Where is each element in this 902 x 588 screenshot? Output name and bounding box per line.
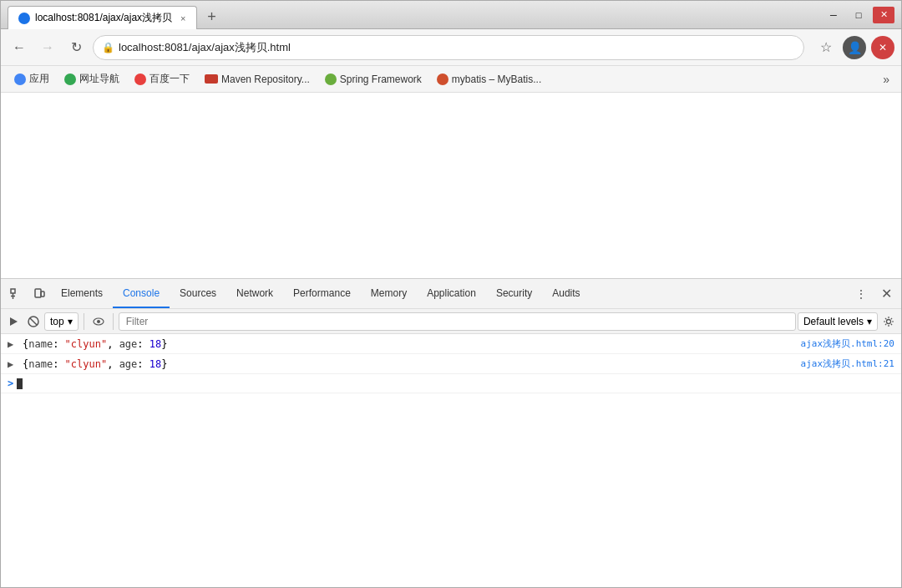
console-source-2[interactable]: ajax浅拷贝.html:21 — [801, 357, 894, 370]
svg-rect-0 — [11, 289, 15, 293]
context-dropdown-arrow: ▾ — [68, 316, 73, 327]
devtools-more-actions: ⋮ ✕ — [849, 282, 898, 306]
bookmark-star-button[interactable]: ☆ — [814, 36, 838, 59]
devtools-more-button[interactable]: ⋮ — [849, 282, 873, 306]
tab-console[interactable]: Console — [113, 279, 170, 308]
console-text-2: {name: "clyun", age: 18} — [23, 358, 801, 370]
new-tab-button[interactable]: + — [200, 5, 224, 28]
tab-bar: localhost:8081/ajax/ajax浅拷贝 × + — [8, 1, 823, 28]
bookmark-maven-label: Maven Repository... — [221, 74, 310, 85]
tab-close-icon[interactable]: × — [180, 13, 185, 23]
bookmark-mybatis[interactable]: mybatis – MyBatis... — [430, 71, 548, 88]
bookmarks-bar: 应用 网址导航 百度一下 Maven Repository... Spring … — [1, 66, 901, 93]
tab-audits[interactable]: Audits — [542, 279, 590, 308]
tab-application[interactable]: Application — [417, 279, 486, 308]
device-icon — [33, 288, 45, 300]
console-prompt-symbol: > — [8, 378, 13, 389]
bookmark-spring[interactable]: Spring Framework — [318, 71, 428, 88]
devtools-inspect-button[interactable] — [4, 282, 28, 306]
url-actions: ☆ — [814, 36, 838, 59]
console-row-2: ▶ {name: "clyun", age: 18} ajax浅拷贝.html:… — [1, 354, 901, 374]
tab-elements[interactable]: Elements — [51, 279, 113, 308]
reload-button[interactable]: ↻ — [64, 36, 88, 59]
bookmark-nav-label: 网址导航 — [79, 72, 119, 86]
chrome-exit-button[interactable]: ✕ — [871, 36, 894, 59]
maximize-button[interactable]: □ — [848, 7, 869, 23]
minimize-button[interactable]: ─ — [823, 7, 844, 23]
eye-icon — [93, 317, 104, 326]
console-output: ▶ {name: "clyun", age: 18} ajax浅拷贝.html:… — [1, 334, 901, 587]
console-row-1: ▶ {name: "clyun", age: 18} ajax浅拷贝.html:… — [1, 334, 901, 354]
title-bar: localhost:8081/ajax/ajax浅拷贝 × + ─ □ ✕ — [1, 1, 901, 29]
devtools-close-button[interactable]: ✕ — [874, 282, 898, 306]
bookmark-apps-icon — [14, 74, 26, 85]
bookmark-spring-icon — [325, 74, 337, 85]
toolbar-divider — [84, 313, 84, 330]
tab-memory[interactable]: Memory — [361, 279, 417, 308]
url-bar[interactable]: 🔒 localhost:8081/ajax/ajax浅拷贝.html — [93, 35, 804, 60]
expand-icon-2[interactable]: ▶ — [8, 358, 19, 370]
console-settings-button[interactable] — [879, 312, 898, 331]
tab-sources[interactable]: Sources — [170, 279, 226, 308]
tab-performance[interactable]: Performance — [283, 279, 361, 308]
browser-window: localhost:8081/ajax/ajax浅拷贝 × + ─ □ ✕ ← … — [0, 0, 902, 588]
levels-dropdown[interactable]: Default levels ▾ — [798, 312, 878, 331]
console-execute-button[interactable] — [4, 312, 23, 331]
bookmark-baidu[interactable]: 百度一下 — [128, 69, 196, 89]
console-cursor — [17, 378, 23, 389]
devtools-tab-bar: Elements Console Sources Network Perform… — [1, 279, 901, 309]
profile-button[interactable]: 👤 — [843, 36, 866, 59]
window-controls: ─ □ ✕ — [823, 7, 894, 23]
bookmark-mybatis-icon — [437, 74, 448, 85]
bookmark-apps-label: 应用 — [29, 72, 49, 86]
bookmarks-more-button[interactable]: » — [878, 71, 894, 88]
tab-security[interactable]: Security — [486, 279, 542, 308]
close-button[interactable]: ✕ — [873, 7, 894, 23]
toolbar-divider2 — [113, 313, 114, 330]
devtools-panel: Elements Console Sources Network Perform… — [1, 278, 901, 587]
settings-icon — [883, 316, 894, 327]
levels-dropdown-label: Default levels — [803, 316, 864, 327]
browser-content: Elements Console Sources Network Perform… — [1, 93, 901, 587]
devtools-device-button[interactable] — [28, 282, 51, 306]
execute-icon — [8, 317, 18, 327]
lock-icon: 🔒 — [102, 42, 114, 53]
url-text: localhost:8081/ajax/ajax浅拷贝.html — [119, 40, 291, 55]
svg-point-10 — [887, 319, 891, 323]
svg-rect-4 — [41, 291, 44, 297]
bookmark-nav-icon — [64, 74, 76, 85]
active-tab[interactable]: localhost:8081/ajax/ajax浅拷贝 × — [8, 6, 197, 29]
context-dropdown-label: top — [50, 316, 64, 327]
bookmark-maven-icon — [205, 74, 218, 84]
svg-point-9 — [97, 320, 100, 323]
bookmark-baidu-label: 百度一下 — [149, 72, 190, 86]
svg-rect-3 — [35, 289, 41, 297]
inspect-icon — [10, 288, 22, 300]
tab-label: localhost:8081/ajax/ajax浅拷贝 — [35, 11, 172, 25]
console-prompt-row[interactable]: > — [1, 374, 901, 393]
console-eye-button[interactable] — [89, 312, 108, 331]
context-dropdown[interactable]: top ▾ — [44, 312, 79, 331]
tab-favicon — [18, 13, 30, 24]
bookmark-nav[interactable]: 网址导航 — [58, 69, 126, 89]
back-button[interactable]: ← — [8, 36, 31, 59]
forward-button[interactable]: → — [36, 36, 59, 59]
expand-icon-1[interactable]: ▶ — [8, 338, 19, 350]
bookmark-baidu-icon — [134, 74, 146, 85]
clear-icon — [28, 316, 39, 327]
console-toolbar: top ▾ Default levels ▾ — [1, 309, 901, 334]
svg-line-7 — [30, 318, 37, 325]
bookmark-mybatis-label: mybatis – MyBatis... — [452, 74, 541, 85]
bookmark-spring-label: Spring Framework — [340, 74, 422, 85]
console-clear-button[interactable] — [24, 312, 43, 331]
console-text-1: {name: "clyun", age: 18} — [23, 338, 801, 350]
levels-dropdown-arrow: ▾ — [867, 316, 872, 327]
svg-marker-5 — [10, 317, 18, 326]
tab-network[interactable]: Network — [226, 279, 283, 308]
bookmark-apps[interactable]: 应用 — [8, 69, 56, 89]
bookmark-maven[interactable]: Maven Repository... — [198, 71, 317, 88]
console-filter-input[interactable] — [119, 312, 796, 331]
more-dots-icon: ⋮ — [855, 287, 867, 301]
console-source-1[interactable]: ajax浅拷贝.html:20 — [801, 337, 894, 350]
address-bar: ← → ↻ 🔒 localhost:8081/ajax/ajax浅拷贝.html… — [1, 29, 901, 66]
